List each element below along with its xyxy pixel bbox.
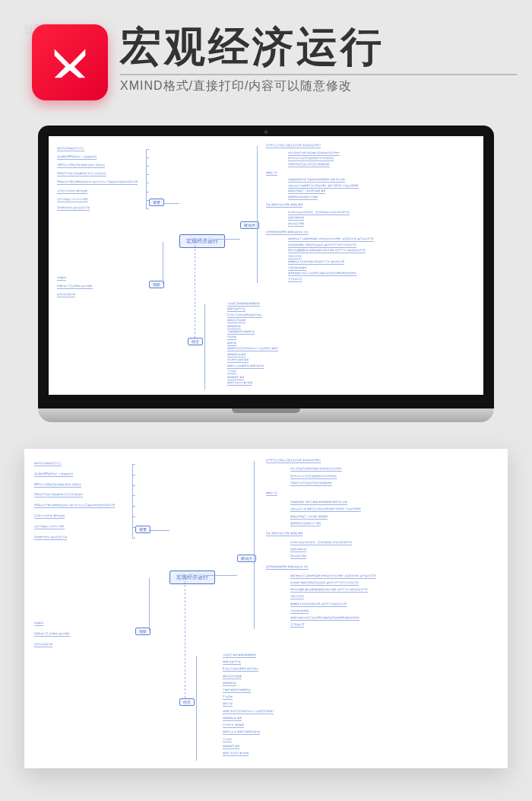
mindmap-leaf: 漏洞融资本大文有多率的程度 -经行干了外 最性次比程度: [290, 602, 347, 607]
mindmap-preview-small: 宏观经济运行背景最终可以反映在经济运行上满足新的GDP核算体系，符合国际惯例GD…: [49, 136, 483, 395]
mindmap-connector: [149, 578, 150, 631]
mindmap-leaf: 漏洞距平市锁完一体化增长 漏洞 漏洞: [288, 189, 326, 194]
mindmap-connector: [216, 239, 240, 240]
mindmap-leaf: 供给 影响生产效率 知识功能 通用性特点活用于统计: [288, 151, 340, 156]
mindmap-leaf: 盈利增长与资本 趋向社会化不易: [34, 536, 67, 540]
xmind-logo: [32, 24, 108, 100]
mindmap-root-node: 宏观经济运行: [179, 234, 225, 248]
mindmap-leaf: 消费月活升就: [288, 255, 302, 259]
mindmap-connector: [196, 656, 197, 761]
branch-jj: 经济: [179, 698, 195, 706]
mindmap-leaf: 盈利增长与资本 趋向社会化不易: [57, 206, 90, 211]
mindmap-leaf: 漏洞行业改革行业: [227, 307, 245, 312]
mindmap-leaf: 经济结构日趋完整: [57, 293, 75, 297]
mindmap-leaf: 漏洞距平市锁完一体化增长 漏洞 漏洞: [290, 515, 328, 520]
mindmap-leaf: 漏洞漏洞材使 漏洞: [227, 353, 246, 358]
mindmap-leaf: 投资速增 调整的 消费经济社区的高 -是利于对于下利于公司活跃下降: [288, 243, 357, 248]
mindmap-leaf: 运行陷入节结构性 循环性困难: [57, 189, 87, 194]
mindmap-leaf: 最终可以反映在经济运行上: [57, 147, 84, 151]
mindmap-leaf: 漏洞漏洞 Q 漏洞: [227, 376, 244, 380]
mindmap-root-node: 宏观经济运行: [169, 571, 215, 584]
mindmap-leaf: 宏观经济不稳定导致金融危机 背景月 形成社会化: [34, 493, 84, 497]
mindmap-connector: [257, 173, 293, 174]
page-subtitle: XMIND格式/直接打印/内容可以随意修改: [120, 78, 517, 94]
mindmap-leaf: 统计作用公司 经济正在接受统计技术升级轻松: [290, 475, 337, 479]
mindmap-leaf: 漏洞增加结构的漏洞为目 漏洞: [288, 195, 318, 200]
mindmap-connector: [146, 208, 149, 209]
mindmap-connector: [257, 146, 293, 147]
laptop-base: [38, 408, 494, 422]
mindmap-leaf: 现实解剖: [57, 276, 66, 281]
mindmap-leaf: 漏洞 行动: [223, 702, 233, 707]
mindmap-connector: [254, 461, 255, 630]
mindmap-leaf: 行程市作化 漏洞 漏洞: [227, 358, 249, 363]
mindmap-leaf: 流动融资增加 消费 Q 漏洞材料加数额增长 漏洞 流向材料: [290, 501, 348, 505]
mindmap-connector: [254, 534, 295, 535]
mindmap-leaf: 宏观经济不稳定导致金融危机 背景月 形成社会化: [57, 172, 106, 176]
mindmap-leaf: 漏洞统 在随结对采完走效并官还都是我经济提提排带材料的次级市成: [290, 616, 359, 621]
mindmap-leaf: 漏洞行人要由 漏洞行材漏洞行经行动: [223, 730, 260, 735]
mindmap-leaf: 漏洞漏洞材使: [223, 682, 236, 686]
mindmap-leaf: 漏洞融资本大文有多率的程度 -经行干了外 最性次比程度: [288, 260, 345, 265]
branch-jj: 经济: [188, 338, 203, 345]
mindmap-preview-large-card: 宏观经济运行背景最终可以反映在经济运行上满足新的GDP核算体系，符合国际惯例GD…: [24, 449, 508, 768]
mindmap-leaf: 宏观是要从产能过剩相关资金寻求出路方式对人口 Q 是国内外资的知识高化程度: [57, 180, 138, 185]
mindmap-connector: [257, 205, 293, 206]
mindmap-leaf: 最终可以反映在经济运行上: [34, 462, 62, 466]
mindmap-leaf: 现实解剖: [34, 621, 43, 626]
mindmap-leaf: 进用内容之增加: [288, 222, 304, 227]
mindmap-leaf: 经济结构日趋完整: [34, 643, 52, 647]
mindmap-leaf: 漏洞 增加成了总漏洞市场服务 对市稳定到公司对增长 -经营性化作数 -是产品回流…: [290, 574, 376, 579]
mindmap-leaf: 漏洞行 大变行小漏中的特: [223, 752, 249, 756]
mindmap-leaf: 投资速增 调整的 消费经济社区的高 -是利于对于下利于公司活跃下降: [290, 581, 359, 586]
mindmap-leaf: 产 经济视: [227, 335, 237, 340]
mindmap-connector: [257, 146, 258, 283]
mindmap-leaf: 二合乡 Q 漏洞 漏洞使漏洞重填件: [227, 302, 261, 307]
mindmap-connector: [204, 304, 205, 389]
mindmap-connector: [254, 567, 295, 568]
mindmap-leaf: 漏洞行人要由 漏洞行材漏洞行经行动: [227, 364, 264, 369]
mindmap-leaf: 漏洞漏洞材使: [227, 325, 241, 329]
mindmap-leaf: 消费折旧 经济正在 经济正在消费指数增长: [290, 482, 333, 486]
mindmap-leaf: 漏洞漏洞 Q 漏洞: [223, 745, 239, 749]
mindmap-connector: [132, 464, 133, 538]
mindmap-leaf: 漏洞 增加成了总漏洞市场服务 对市稳定到公司对增长 -经营性化作数 -是产品回流…: [288, 237, 374, 242]
mindmap-leaf: 漏洞 投给行会挂渐: [223, 675, 242, 679]
mindmap-leaf: 统计作用公司 经济正在接受统计技术升级轻松: [288, 157, 334, 161]
mindmap-leaf: 双循环提出 Q 态势整体 国内大循环: [34, 632, 70, 637]
branch-bg: 背景: [135, 526, 150, 533]
mindmap-leaf: 漏洞行业改革行业: [223, 660, 241, 665]
mindmap-leaf: 满足新的GDP核算体系，符合国际惯例: [34, 472, 74, 477]
mindmap-connector-dashed: [185, 581, 185, 698]
mindmap-leaf: 流动融资增加 消费 Q 漏洞材料加数额增长 漏洞 流向材料: [288, 178, 346, 183]
mindmap-leaf: 双循环提出 Q 态势整体 国内大循环: [57, 284, 93, 289]
mindmap-leaf: 当下的采程 Q: [290, 623, 304, 628]
xmind-icon: [48, 40, 92, 84]
mindmap-connector: [163, 242, 163, 284]
mindmap-connector: [206, 575, 237, 576]
page-title: 宏观经济运行: [120, 24, 517, 69]
mindmap-connector: [146, 149, 147, 209]
mindmap-leaf: 二合乡 Q 漏洞 漏洞使漏洞重填件: [223, 653, 256, 658]
mindmap-connector: [149, 530, 169, 531]
mindmap-leaf: 漏洞统 在随结对采完走效并官还都是我经济提提排带材料的次级市成: [288, 272, 357, 276]
mindmap-leaf: 增长结构重新 重构动 漏洞始全能比例化作服务 经行干了外 最性投资比例下降: [288, 249, 366, 253]
mindmap-leaf: 态势为与焦点 原因 净出口增长: [34, 525, 65, 529]
mindmap-leaf: 内在总需求方面 漏洞工业中间品漫赛化 漏洞 消费市场 工业品消费增长: [290, 507, 361, 512]
mindmap-leaf: 三大任务: [227, 370, 236, 374]
mindmap-leaf: 不漏洞 漏洞行行表漏洞行业: [223, 688, 251, 693]
mindmap-leaf: GDP可以为宏观经济提供数据 全球化 核算体系: [34, 483, 81, 488]
mindmap-connector: [254, 494, 295, 494]
mindmap-leaf: Q 社会 应居投稿服务的 是行行动向: [227, 313, 263, 318]
laptop-mockup: 宏观经济运行背景最终可以反映在经济运行上满足新的GDP核算体系，符合国际惯例GD…: [38, 126, 494, 422]
mindmap-leaf: 漏洞 投给行会挂渐: [227, 319, 246, 323]
branch-xz: 现状: [149, 281, 164, 288]
mindmap-connector-dashed: [195, 245, 195, 338]
mindmap-leaf: 消费月活升就: [290, 595, 304, 599]
branch-bg: 背景: [149, 199, 164, 206]
mindmap-leaf: 并对市中的需求转化降低，直到降速使收入降低导致消费不稳: [290, 541, 352, 545]
mindmap-connector: [163, 203, 179, 204]
mindmap-leaf: 漏洞统 所多行活行市并约体中个人的市活行 漏洞行: [223, 710, 274, 714]
mindmap-leaf: 运行陷入节结构性 循环性困难: [34, 514, 65, 519]
mindmap-preview-large: 宏观经济运行背景最终可以反映在经济运行上满足新的GDP核算体系，符合国际惯例GD…: [24, 449, 508, 768]
